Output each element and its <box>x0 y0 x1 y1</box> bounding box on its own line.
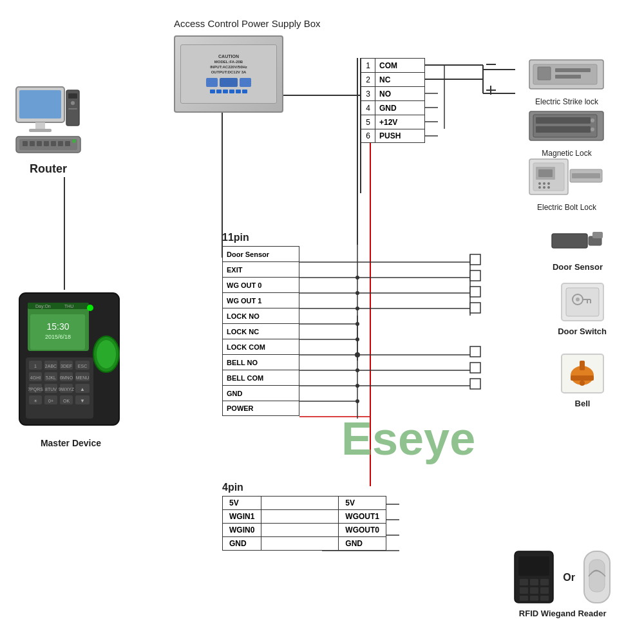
pin-row-power: POWER <box>222 401 299 416</box>
svg-text:☀: ☀ <box>33 399 37 403</box>
pin-row-door-sensor: Door Sensor <box>222 246 299 261</box>
power-supply-title: Access Control Power Supply Box <box>174 18 321 29</box>
svg-rect-70 <box>555 75 581 79</box>
svg-text:1: 1 <box>34 364 37 368</box>
rfid-label: RFID Wiegand Reader <box>519 609 607 618</box>
svg-text:Day:On: Day:On <box>35 304 51 309</box>
terminal-label-2: NC <box>375 75 390 84</box>
terminal-label-4: GND <box>375 104 397 113</box>
bell-device: Bell <box>558 351 607 408</box>
pin-label-power: POWER <box>223 404 254 412</box>
pin4-row-gnd: GND GND <box>223 537 386 551</box>
pin4-left-wgin1: WGIN1 <box>223 510 261 524</box>
svg-rect-153 <box>592 232 603 238</box>
pin-row-bell-no: BELL NO <box>222 354 299 370</box>
pin-label-exit: EXIT <box>223 266 242 274</box>
eseye-watermark: Eseye <box>341 412 475 465</box>
ps-caution-label: CAUTION <box>218 54 239 59</box>
ps-terminal3 <box>223 90 228 93</box>
ps-terminal1 <box>210 90 215 93</box>
svg-text:15:30: 15:30 <box>46 321 69 332</box>
pin4-right-5v: 5V <box>339 497 386 510</box>
pin4-block: 4pin 5V 5V WGIN1 WGOUT1 WGIN0 WGOUT0 <box>222 482 386 551</box>
svg-text:9WXYZ: 9WXYZ <box>59 387 75 392</box>
terminal-block: 1 COM 2 NC 3 NO 4 GND 5 +12V 6 PUSH <box>361 58 425 143</box>
svg-rect-103 <box>51 141 56 146</box>
svg-text:MENU: MENU <box>76 375 90 380</box>
pin4-row-wgin1: WGIN1 WGOUT1 <box>223 510 386 524</box>
power-supply-box: CAUTION MODEL:FA-20B INPUT:AC220V/50Hz O… <box>174 35 283 113</box>
svg-point-106 <box>72 139 76 143</box>
svg-rect-164 <box>580 361 585 370</box>
svg-rect-40 <box>470 303 480 313</box>
pin-label-door-sensor: Door Sensor <box>223 251 269 258</box>
pin4-left-wgin0: WGIN0 <box>223 524 261 537</box>
pin11-title: 11pin <box>222 232 299 243</box>
svg-rect-170 <box>540 579 549 585</box>
pin-label-bell-no: BELL NO <box>223 359 258 366</box>
svg-point-82 <box>543 182 545 185</box>
pin4-right-wgout0: WGOUT0 <box>339 524 386 537</box>
svg-text:3DEF: 3DEF <box>61 364 72 368</box>
svg-rect-178 <box>589 560 605 592</box>
svg-rect-104 <box>58 141 63 146</box>
svg-rect-43 <box>470 379 480 389</box>
svg-point-47 <box>355 276 359 279</box>
svg-text:4GHI: 4GHI <box>30 375 41 380</box>
svg-point-53 <box>355 384 359 388</box>
svg-point-84 <box>538 186 541 189</box>
terminal-label-5: +12V <box>375 118 397 127</box>
svg-rect-92 <box>29 129 52 132</box>
terminal-num-2: 2 <box>361 73 375 86</box>
svg-point-49 <box>355 307 359 310</box>
ps-terminal6 <box>242 90 247 93</box>
ps-terminal4 <box>229 90 234 93</box>
svg-point-50 <box>355 322 359 326</box>
svg-rect-167 <box>518 556 549 576</box>
svg-text:6MNO: 6MNO <box>60 375 73 380</box>
electric-strike-label: Electric Strike lock <box>528 97 605 106</box>
pin-label-bell-com: BELL COM <box>223 374 263 382</box>
svg-rect-163 <box>571 375 594 381</box>
svg-rect-91 <box>35 122 45 129</box>
pin-row-lock-no: LOCK NO <box>222 308 299 323</box>
svg-rect-68 <box>538 67 551 80</box>
svg-rect-38 <box>470 270 480 281</box>
pin4-right-wgout1: WGOUT1 <box>339 510 386 524</box>
terminal-label-1: COM <box>375 61 397 70</box>
pin4-table: 5V 5V WGIN1 WGOUT1 WGIN0 WGOUT0 GND <box>222 496 386 551</box>
svg-rect-172 <box>530 587 538 594</box>
or-label: Or <box>563 572 575 583</box>
svg-rect-42 <box>470 363 480 373</box>
svg-rect-175 <box>530 596 538 601</box>
master-device-area: 15:30 2015/6/18 Day:On THU <box>16 290 126 448</box>
svg-point-117 <box>97 340 116 368</box>
svg-rect-168 <box>520 579 528 585</box>
pin4-spacer-wgin1 <box>261 510 339 524</box>
svg-point-54 <box>355 399 359 403</box>
terminal-row-3: 3 NO <box>361 86 425 100</box>
ps-output-label: OUTPUT:DC12V 3A <box>211 70 247 74</box>
ps-terminal2 <box>216 90 222 93</box>
pin4-title: 4pin <box>222 482 386 493</box>
terminal-row-6: 6 PUSH <box>361 129 425 143</box>
door-sensor-device: Door Sensor <box>549 229 607 272</box>
pin-row-lock-com: LOCK COM <box>222 339 299 354</box>
svg-point-95 <box>71 101 75 105</box>
pin-label-wg-out-0: WG OUT 0 <box>223 281 261 289</box>
svg-rect-102 <box>44 141 49 146</box>
svg-rect-88 <box>572 173 600 178</box>
svg-text:7PQRS: 7PQRS <box>28 387 43 392</box>
svg-point-115 <box>87 305 93 311</box>
pin-label-lock-com: LOCK COM <box>223 343 265 351</box>
bell-label: Bell <box>575 399 591 408</box>
svg-text:0+: 0+ <box>48 399 53 403</box>
svg-point-52 <box>355 368 359 372</box>
svg-rect-176 <box>540 596 549 601</box>
pin-row-wg-out-0: WG OUT 0 <box>222 277 299 292</box>
terminal-row-5: 5 +12V <box>361 115 425 129</box>
svg-rect-41 <box>470 346 480 357</box>
ps-model-label: MODEL:FA-20B <box>214 60 243 64</box>
pin-row-lock-nc: LOCK NC <box>222 323 299 339</box>
electric-bolt-lock: Electric Bolt Lock <box>528 158 605 212</box>
